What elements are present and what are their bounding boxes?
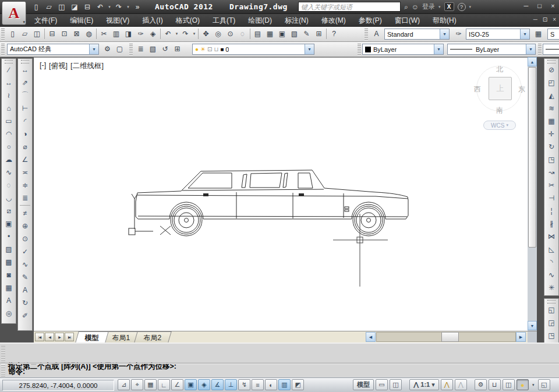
annotation-autoscale-button[interactable]: ⋀ [455, 379, 467, 390]
workspace-settings-button[interactable]: ⚙ [101, 43, 114, 55]
zoom-window-button[interactable]: ⊙ [224, 28, 236, 40]
exchange-icon[interactable]: X [444, 2, 454, 11]
viewcube-south[interactable]: 南 [496, 105, 503, 115]
layer-states-button[interactable]: ⊞ [171, 43, 183, 55]
point-button[interactable]: • [2, 230, 15, 242]
rotate-button[interactable]: ↻ [545, 140, 558, 153]
tab-model[interactable]: 模型 [75, 331, 108, 342]
ortho-toggle[interactable]: ∟ [158, 379, 170, 390]
qopen-button[interactable]: ▱ [43, 1, 55, 12]
menu-file[interactable]: 文件(F) [28, 14, 63, 27]
help-dropdown-arrow[interactable]: ▾ [469, 5, 472, 9]
menu-format[interactable]: 格式(O) [169, 14, 206, 27]
quick-view-layouts-button[interactable]: ▭ [376, 379, 388, 390]
cut-button[interactable]: ✂ [98, 28, 110, 40]
lineweight-dropdown[interactable] [543, 44, 559, 55]
tab-first-button[interactable]: |◀ [35, 333, 44, 341]
fillet-button[interactable]: ◝ [545, 256, 558, 268]
sheet-set-manager-button[interactable]: ▧ [288, 28, 300, 40]
toolbar-grip[interactable] [129, 44, 133, 55]
color-dropdown[interactable]: ByLayer ▾ [362, 44, 444, 55]
designcenter-button[interactable]: ▦ [264, 28, 276, 40]
dimension-break-button[interactable]: ≠ [19, 207, 31, 219]
dynamic-input-toggle[interactable]: ↯ [238, 379, 250, 390]
chevron-down-icon[interactable]: ▾ [520, 29, 529, 39]
dimension-style-button[interactable]: ✐ [19, 309, 31, 322]
tab-layout2[interactable]: 布局2 [134, 331, 171, 342]
dimension-text-edit-button[interactable]: A [19, 284, 31, 296]
viewcube-north[interactable]: 北 [496, 65, 503, 75]
layer-dropdown[interactable]: ●☀⊡⊔■ 0 ▾ [192, 44, 314, 55]
tab-prev-button[interactable]: ◀ [45, 333, 54, 341]
sign-in-label[interactable]: 登录 [422, 2, 435, 11]
qnew-button[interactable]: ▯ [30, 1, 42, 12]
toolbar-grip[interactable] [1, 29, 5, 40]
chevron-down-icon[interactable]: ▾ [434, 44, 443, 54]
lineweight-toggle[interactable]: ≡ [252, 379, 264, 390]
command-prompt[interactable]: 命令: [8, 367, 25, 377]
command-window-grip[interactable] [1, 346, 5, 376]
multiline-text-button[interactable]: A [2, 294, 15, 306]
save-button[interactable]: ◫ [31, 28, 43, 40]
model-space-button[interactable]: 模型 [353, 379, 374, 390]
viewcube-top-face[interactable]: 上 [489, 77, 512, 100]
publish-button[interactable]: ⊠ [70, 28, 83, 40]
menu-help[interactable]: 帮助(H) [426, 14, 463, 27]
plot-preview-button[interactable]: ⊡ [58, 28, 70, 40]
qundo-button[interactable]: ↶ [94, 1, 106, 12]
horizontal-scroll-thumb[interactable] [441, 332, 459, 342]
layer-color-swatch[interactable]: ■ [220, 46, 224, 52]
doc-restore-button[interactable]: ⊡ [543, 16, 547, 23]
chevron-down-icon[interactable]: ▾ [440, 29, 449, 39]
status-lightbulb-button[interactable]: ● [516, 379, 529, 390]
menu-modify[interactable]: 修改(M) [315, 14, 352, 27]
dimension-edit-button[interactable]: ✎ [19, 271, 31, 283]
hatch-button[interactable]: ▨ [2, 243, 15, 255]
mirror-button[interactable]: ◭ [545, 89, 558, 101]
toolbar-lock-button[interactable]: ⊔ [489, 379, 501, 390]
quickcalc-button[interactable]: ⊞ [313, 28, 325, 40]
array-button[interactable]: ▦ [545, 115, 558, 127]
quick-dimension-button[interactable]: ≍ [19, 166, 31, 178]
workspace-dropdown[interactable]: AutoCAD 经典 ▾ [7, 44, 99, 55]
join-button[interactable]: ⋈ [545, 230, 558, 242]
table-style-icon[interactable]: ▦ [532, 28, 544, 40]
ordinate-dimension-button[interactable]: ⊢ [19, 102, 31, 114]
viewcube-west[interactable]: 西 [474, 84, 481, 94]
diameter-dimension-button[interactable]: ⌀ [19, 140, 31, 153]
layer-properties-manager-button[interactable]: ≣ [135, 43, 147, 55]
undo-button[interactable]: ↶ [162, 28, 174, 40]
arc-length-dimension-button[interactable]: ⌒ [19, 89, 31, 101]
arc-button[interactable]: ◠ [2, 128, 15, 140]
toolbar-grip[interactable] [538, 44, 542, 55]
menu-draw[interactable]: 绘图(D) [242, 14, 278, 27]
menu-tools[interactable]: 工具(T) [206, 14, 242, 27]
chevron-down-icon[interactable]: ▾ [526, 44, 535, 54]
tolerance-button[interactable]: ⊕ [19, 220, 31, 232]
toolbar-grip[interactable] [358, 44, 361, 55]
bring-above-objects-button[interactable]: ◳ [545, 329, 558, 341]
status-menu-arrow[interactable]: ▾ [530, 379, 536, 390]
qundo-arrow[interactable]: ▾ [107, 1, 112, 12]
chamfer-button[interactable]: ◺ [545, 243, 558, 255]
coordinate-display[interactable]: 275.8240, -7.4004, 0.0000 [2, 380, 114, 391]
radius-dimension-button[interactable]: ◜ [19, 115, 31, 127]
tool-palettes-button[interactable]: ▣ [276, 28, 288, 40]
view-control[interactable]: [俯视] [49, 61, 68, 71]
layer-freeze-icon[interactable]: ☀ [200, 46, 206, 52]
transparency-toggle[interactable]: ◐ [265, 379, 277, 390]
quick-view-drawings-button[interactable]: ◫ [390, 379, 402, 390]
toolbar-grip[interactable] [365, 29, 368, 40]
scroll-down-button[interactable]: ▼ [528, 321, 537, 330]
my-workspace-button[interactable]: ▢ [114, 43, 126, 55]
scroll-right-button[interactable]: ▶ [516, 332, 526, 342]
trim-button[interactable]: ✂ [545, 179, 558, 191]
chevron-down-icon[interactable]: ▾ [305, 44, 314, 54]
menu-parametric[interactable]: 参数(P) [352, 14, 388, 27]
dimension-update-button[interactable]: ↻ [19, 296, 31, 309]
insert-block-button[interactable]: ⧄ [2, 204, 15, 217]
visual-style-control[interactable]: [二维线框] [70, 61, 104, 71]
infer-constraints-toggle[interactable]: ⊿ [118, 379, 130, 390]
angular-dimension-button[interactable]: ∠ [19, 153, 31, 165]
polygon-button[interactable]: ⌂ [2, 102, 15, 114]
